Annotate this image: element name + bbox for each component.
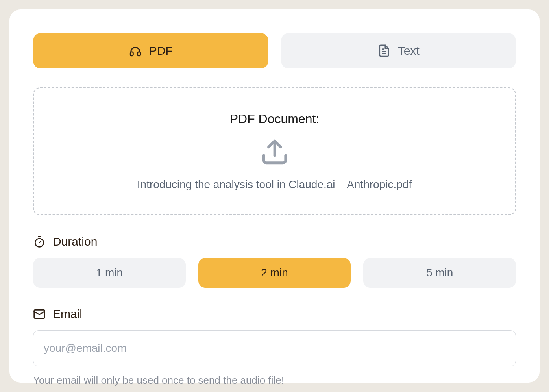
svg-line-8 [39,241,41,243]
uploaded-filename: Introducing the analysis tool in Claude.… [50,178,499,191]
file-dropzone[interactable]: PDF Document: Introducing the analysis t… [33,87,516,215]
email-label: Email [53,307,82,321]
duration-label: Duration [53,235,97,248]
duration-option-5min[interactable]: 5 min [363,258,516,288]
duration-option-1min[interactable]: 1 min [33,258,186,288]
duration-option-2min[interactable]: 2 min [198,258,351,288]
mail-icon [33,308,46,320]
email-header: Email [33,307,516,321]
headphones-icon [129,44,142,57]
duration-header: Duration [33,235,516,248]
email-hint: Your email will only be used once to sen… [33,374,516,386]
main-card: PDF Text PDF Document: Introducing the a… [9,9,540,383]
tab-text-label: Text [398,44,420,57]
dropzone-title: PDF Document: [50,112,499,126]
svg-rect-0 [130,52,133,56]
tab-pdf-label: PDF [149,44,173,57]
email-input[interactable] [33,330,516,366]
upload-icon [260,137,289,166]
tab-text[interactable]: Text [281,33,516,68]
input-type-tabs: PDF Text [33,33,516,68]
tab-pdf[interactable]: PDF [33,33,268,68]
timer-icon [33,235,46,248]
file-text-icon [377,44,391,57]
duration-options: 1 min 2 min 5 min [33,258,516,288]
svg-rect-1 [137,52,140,56]
